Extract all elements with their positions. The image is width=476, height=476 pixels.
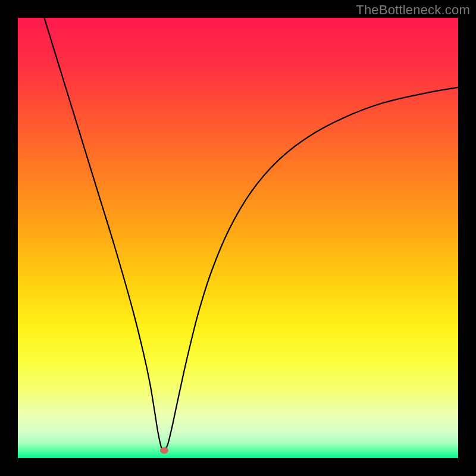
attribution-text: TheBottleneck.com xyxy=(356,2,470,18)
chart-curve xyxy=(18,18,458,458)
chart-plot-area xyxy=(18,18,458,458)
minimum-marker xyxy=(160,447,168,454)
